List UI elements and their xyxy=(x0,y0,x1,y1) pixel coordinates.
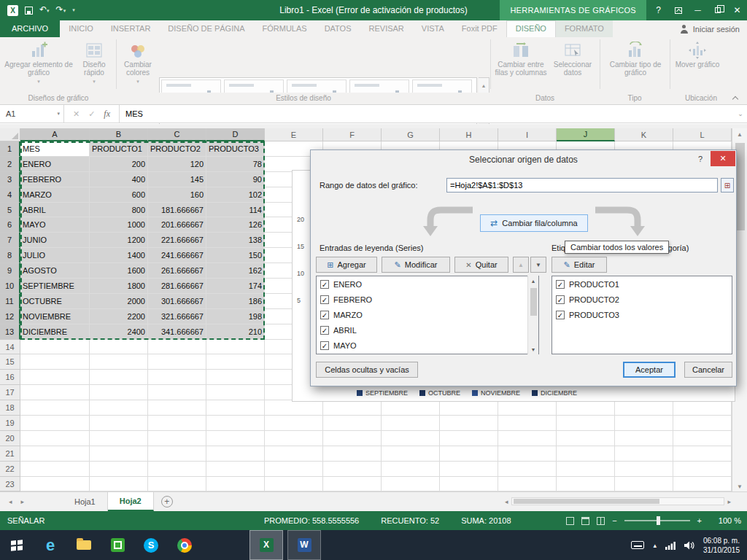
cell-B8[interactable]: 1400 xyxy=(90,248,148,263)
cell-A15[interactable] xyxy=(20,354,90,370)
modify-series-button[interactable]: ✎ Modificar xyxy=(382,257,450,273)
network-signal-icon[interactable] xyxy=(665,541,676,550)
sheet-tab-hoja1[interactable]: Hoja1 xyxy=(63,492,108,511)
cell-C20[interactable] xyxy=(148,431,206,446)
cell-H20[interactable] xyxy=(440,431,498,446)
series-list[interactable]: ✓ENERO✓FEBRERO✓MARZO✓ABRIL✓MAYO xyxy=(316,276,539,354)
add-series-button[interactable]: ⊞ Agregar xyxy=(316,257,377,273)
row-header-15[interactable]: 15 xyxy=(0,354,20,370)
cell-I18[interactable] xyxy=(498,400,557,416)
series-list-scrollbar[interactable]: ▲ ▼ xyxy=(527,276,538,354)
chevron-down-icon[interactable]: ▾ xyxy=(57,111,60,117)
cell-D12[interactable]: 198 xyxy=(206,309,265,324)
row-header-11[interactable]: 11 xyxy=(0,294,20,309)
series-checkbox[interactable]: ✓ xyxy=(320,341,329,350)
cell-D21[interactable] xyxy=(206,446,265,462)
zoom-in-icon[interactable]: + xyxy=(697,516,702,525)
cell-E22[interactable] xyxy=(265,462,323,477)
cell-D3[interactable]: 90 xyxy=(206,172,265,187)
cell-E20[interactable] xyxy=(265,431,323,446)
series-item[interactable]: ✓ABRIL xyxy=(317,322,538,338)
column-header-H[interactable]: H xyxy=(440,128,498,141)
cell-C12[interactable]: 321.666667 xyxy=(148,309,206,324)
column-header-F[interactable]: F xyxy=(323,128,382,141)
cell-A21[interactable] xyxy=(20,446,90,462)
row-header-4[interactable]: 4 xyxy=(0,187,20,203)
cell-E18[interactable] xyxy=(265,400,323,416)
cell-B4[interactable]: 600 xyxy=(90,187,148,203)
cell-A17[interactable] xyxy=(20,385,90,400)
cell-C16[interactable] xyxy=(148,370,206,385)
cell-A20[interactable] xyxy=(20,431,90,446)
cell-C1[interactable]: PRODUCTO2 xyxy=(148,141,206,157)
cell-E19[interactable] xyxy=(265,416,323,431)
cell-F21[interactable] xyxy=(323,446,382,462)
cell-H19[interactable] xyxy=(440,416,498,431)
move-series-down-button[interactable]: ▼ xyxy=(530,257,546,273)
cell-I19[interactable] xyxy=(498,416,557,431)
row-header-23[interactable]: 23 xyxy=(0,477,20,492)
help-button[interactable]: ? xyxy=(649,0,668,20)
cell-K23[interactable] xyxy=(615,477,673,492)
cell-B17[interactable] xyxy=(90,385,148,400)
row-header-1[interactable]: 1 xyxy=(0,141,20,157)
name-box[interactable]: A1 ▾ xyxy=(0,105,64,122)
cell-H21[interactable] xyxy=(440,446,498,462)
tab-fórmulas[interactable]: FÓRMULAS xyxy=(254,20,316,37)
clock[interactable]: 06:08 p. m. 31/10/2015 xyxy=(703,536,740,555)
cell-B9[interactable]: 1600 xyxy=(90,263,148,279)
cancel-entry-icon[interactable]: ✕ xyxy=(73,109,80,119)
zoom-thumb[interactable] xyxy=(657,516,660,525)
horizontal-scroll-track[interactable] xyxy=(511,497,725,505)
row-header-8[interactable]: 8 xyxy=(0,248,20,263)
sheet-tab-hoja2[interactable]: Hoja2 xyxy=(108,492,154,511)
remove-series-button[interactable]: ✕ Quitar xyxy=(454,257,508,273)
restore-button[interactable] xyxy=(708,0,727,20)
cell-B5[interactable]: 800 xyxy=(90,203,148,218)
cell-C4[interactable]: 160 xyxy=(148,187,206,203)
touch-keyboard-icon[interactable] xyxy=(631,541,644,549)
series-item[interactable]: ✓ENERO xyxy=(317,276,538,292)
row-header-13[interactable]: 13 xyxy=(0,324,20,340)
taskbar-file-explorer[interactable] xyxy=(67,530,101,560)
column-header-I[interactable]: I xyxy=(498,128,557,141)
cell-B1[interactable]: PRODUCTO1 xyxy=(90,141,148,157)
tab-insertar[interactable]: INSERTAR xyxy=(102,20,160,37)
row-header-17[interactable]: 17 xyxy=(0,385,20,400)
column-header-D[interactable]: D xyxy=(206,128,265,141)
cell-D1[interactable]: PRODUCTO3 xyxy=(206,141,265,157)
cell-C14[interactable] xyxy=(148,340,206,355)
series-item[interactable]: ✓MARZO xyxy=(317,307,538,322)
cell-C13[interactable]: 341.666667 xyxy=(148,324,206,340)
row-header-16[interactable]: 16 xyxy=(0,370,20,385)
cell-A16[interactable] xyxy=(20,370,90,385)
taskbar-chrome[interactable] xyxy=(168,530,201,560)
accept-button[interactable]: Aceptar xyxy=(623,362,676,378)
column-header-C[interactable]: C xyxy=(148,128,206,141)
customize-qat-icon[interactable]: ▾ xyxy=(72,7,75,13)
cell-C11[interactable]: 301.666667 xyxy=(148,294,206,309)
scroll-right-icon[interactable]: ▸ xyxy=(727,498,731,505)
add-chart-element-button[interactable]: Agregar elemento de gráfico ▾ xyxy=(4,39,73,91)
cancel-button[interactable]: Cancelar xyxy=(684,362,732,378)
category-checkbox[interactable]: ✓ xyxy=(556,295,565,304)
tab-revisar[interactable]: REVISAR xyxy=(360,20,413,37)
cell-A4[interactable]: MARZO xyxy=(20,187,90,203)
cell-C22[interactable] xyxy=(148,462,206,477)
column-header-E[interactable]: E xyxy=(265,128,323,141)
cell-C2[interactable]: 120 xyxy=(148,157,206,172)
cell-L22[interactable] xyxy=(673,462,732,477)
hidden-empty-cells-button[interactable]: Celdas ocultas y vacías xyxy=(316,362,418,378)
taskbar-excel[interactable]: X xyxy=(249,530,283,560)
cell-K20[interactable] xyxy=(615,431,673,446)
normal-view-icon[interactable] xyxy=(566,517,574,525)
cell-A2[interactable]: ENERO xyxy=(20,157,90,172)
cell-C18[interactable] xyxy=(148,400,206,416)
cell-C5[interactable]: 181.666667 xyxy=(148,203,206,218)
cell-A6[interactable]: MAYO xyxy=(20,217,90,233)
tab-diseño-de-página[interactable]: DISEÑO DE PÁGINA xyxy=(159,20,253,37)
cell-B15[interactable] xyxy=(90,354,148,370)
series-item[interactable]: ✓FEBRERO xyxy=(317,292,538,307)
dialog-help-button[interactable]: ? xyxy=(691,151,710,166)
tab-diseño[interactable]: DISEÑO xyxy=(506,20,556,37)
